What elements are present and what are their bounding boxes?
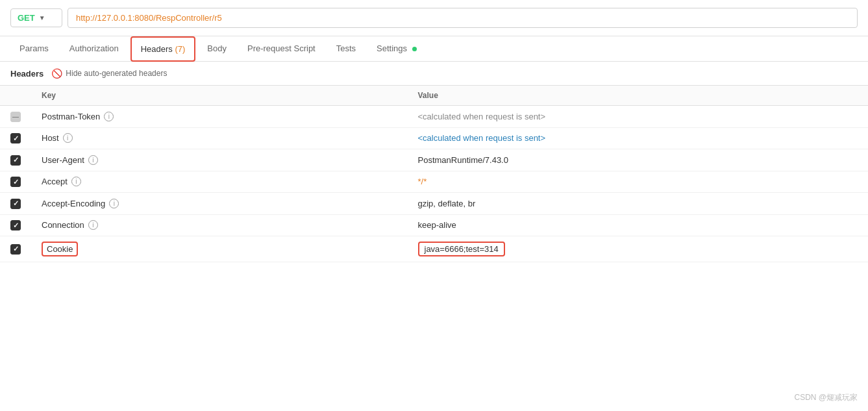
- eye-slash-icon: 🚫: [51, 68, 62, 79]
- row-key-text: User-Agent: [42, 155, 84, 165]
- headers-section-label: Headers: [10, 69, 43, 79]
- row-checkbox-cell: [0, 106, 31, 128]
- col-header-key: Key: [31, 86, 408, 106]
- headers-section-bar: Headers 🚫 Hide auto-generated headers: [0, 62, 868, 86]
- tab-settings[interactable]: Settings: [367, 37, 426, 61]
- tab-prerequest[interactable]: Pre-request Script: [238, 37, 325, 61]
- tab-tests[interactable]: Tests: [327, 37, 365, 61]
- tab-headers-label: Headers (7): [141, 44, 186, 54]
- tab-authorization-label: Authorization: [69, 44, 119, 53]
- row-key-text: Accept-Encoding: [42, 199, 105, 208]
- row-value-cell: */*: [408, 171, 869, 193]
- method-selector[interactable]: GET ▼: [10, 8, 62, 27]
- row-key-cell: User-Agenti: [31, 149, 408, 171]
- row-value-cell: <calculated when request is sent>: [408, 127, 869, 149]
- row-checkbox[interactable]: [10, 177, 21, 187]
- row-key-cell: Accept-Encodingi: [31, 193, 408, 215]
- info-icon[interactable]: i: [109, 199, 119, 208]
- method-label: GET: [18, 13, 35, 23]
- row-checkbox-cell: [0, 127, 31, 149]
- row-key-cell: Accepti: [31, 171, 408, 193]
- info-icon[interactable]: i: [88, 155, 98, 165]
- row-checkbox[interactable]: [10, 244, 21, 255]
- headers-table: Key Value Postman-Tokeni<calculated when…: [0, 86, 868, 262]
- tab-settings-label: Settings: [377, 44, 407, 53]
- row-checkbox[interactable]: [10, 112, 21, 122]
- table-row: Postman-Tokeni<calculated when request i…: [0, 106, 868, 128]
- url-input[interactable]: [68, 8, 858, 28]
- row-checkbox[interactable]: [10, 155, 21, 166]
- top-bar: GET ▼: [0, 0, 868, 36]
- tab-body[interactable]: Body: [198, 37, 236, 61]
- col-header-value: Value: [408, 86, 869, 106]
- hide-auto-label: Hide auto-generated headers: [66, 69, 167, 78]
- tab-body-label: Body: [207, 44, 227, 53]
- row-value-text: keep-alive: [418, 220, 456, 230]
- row-value-cell: keep-alive: [408, 214, 869, 236]
- row-value-text: */*: [418, 177, 427, 186]
- row-key-text: Cookie: [42, 242, 78, 256]
- info-icon[interactable]: i: [88, 220, 98, 230]
- table-row: Accepti*/*: [0, 171, 868, 193]
- tabs-bar: Params Authorization Headers (7) Body Pr…: [0, 36, 868, 62]
- row-key-text: Accept: [42, 177, 68, 186]
- row-value-cell: java=6666;test=314: [408, 236, 869, 262]
- key-outlined: Cookie: [42, 242, 78, 256]
- tab-headers[interactable]: Headers (7): [130, 36, 196, 62]
- row-key-text: Host: [42, 133, 59, 143]
- hide-auto-generated-button[interactable]: 🚫 Hide auto-generated headers: [51, 68, 167, 79]
- row-checkbox-cell: [0, 171, 31, 193]
- value-outlined: java=6666;test=314: [418, 242, 505, 256]
- info-icon[interactable]: i: [71, 177, 81, 186]
- row-value-text: PostmanRuntime/7.43.0: [418, 155, 508, 165]
- col-header-checkbox: [0, 86, 31, 106]
- row-checkbox-cell: [0, 236, 31, 262]
- info-icon[interactable]: i: [63, 133, 73, 143]
- row-key-cell: Connectioni: [31, 214, 408, 236]
- row-checkbox-cell: [0, 149, 31, 171]
- row-checkbox[interactable]: [10, 133, 21, 143]
- tab-tests-label: Tests: [336, 44, 356, 53]
- row-key-cell: Cookie: [31, 236, 408, 262]
- row-value-cell: <calculated when request is sent>: [408, 106, 869, 128]
- chevron-down-icon: ▼: [39, 14, 45, 21]
- row-value-text: gzip, deflate, br: [418, 199, 476, 208]
- row-checkbox[interactable]: [10, 220, 21, 230]
- table-row: Connectionikeep-alive: [0, 214, 868, 236]
- tab-params-label: Params: [19, 44, 49, 53]
- info-icon[interactable]: i: [104, 112, 114, 121]
- table-row: User-AgentiPostmanRuntime/7.43.0: [0, 149, 868, 171]
- table-row: Cookiejava=6666;test=314: [0, 236, 868, 262]
- row-key-cell: Hosti: [31, 127, 408, 149]
- row-value-text: java=6666;test=314: [418, 244, 505, 254]
- row-key-text: Postman-Token: [42, 112, 100, 121]
- table-row: Accept-Encodingigzip, deflate, br: [0, 193, 868, 215]
- tab-prerequest-label: Pre-request Script: [247, 44, 316, 53]
- tab-params[interactable]: Params: [10, 37, 58, 61]
- row-key-cell: Postman-Tokeni: [31, 106, 408, 128]
- row-value-cell: gzip, deflate, br: [408, 193, 869, 215]
- row-value-text: <calculated when request is sent>: [418, 112, 546, 121]
- row-value-text: <calculated when request is sent>: [418, 133, 546, 143]
- table-row: Hosti<calculated when request is sent>: [0, 127, 868, 149]
- table-header-row: Key Value: [0, 86, 868, 106]
- tab-headers-badge: (7): [175, 44, 185, 54]
- tab-authorization[interactable]: Authorization: [60, 37, 128, 61]
- row-checkbox-cell: [0, 193, 31, 215]
- row-value-cell: PostmanRuntime/7.43.0: [408, 149, 869, 171]
- row-checkbox-cell: [0, 214, 31, 236]
- row-key-text: Connection: [42, 220, 84, 230]
- row-checkbox[interactable]: [10, 199, 21, 209]
